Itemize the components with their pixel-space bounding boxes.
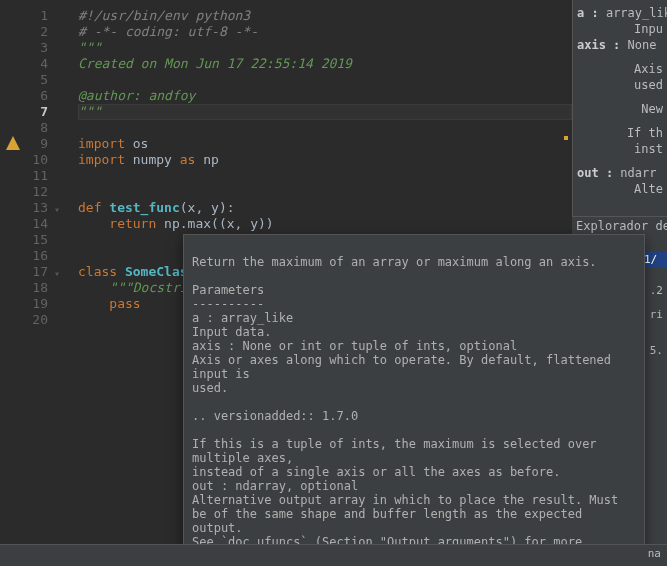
kw-as: as [180, 152, 196, 167]
param-desc: inst [577, 142, 663, 156]
tooltip-line: Alternative output array in which to pla… [192, 493, 618, 507]
signature-tooltip[interactable]: Return the maximum of an array or maximu… [183, 234, 645, 566]
param-desc: Axis [577, 62, 663, 76]
line-number-current: 7 [0, 104, 48, 120]
alias-np: np [203, 152, 219, 167]
code-blank [78, 120, 572, 136]
gutter-marks [54, 0, 74, 566]
kw-return: return [109, 216, 156, 231]
tooltip-line: axis : None or int or tuple of ints, opt… [192, 339, 517, 353]
param-desc: Inpu [577, 22, 663, 36]
kw-import: import [78, 136, 125, 151]
code-blank [78, 72, 572, 88]
code-docstring: """ [78, 40, 101, 55]
param-desc: New [577, 102, 663, 116]
gutter: 1 2 3 4 5 6 7 8 9 10 11 12 13▾ 14 15 16 … [0, 0, 54, 566]
param-label: a : [577, 6, 599, 20]
line-number: 11 [0, 168, 48, 184]
kw-pass: pass [109, 296, 140, 311]
code-docstring: """Docstri [109, 280, 187, 295]
code-blank [78, 168, 572, 184]
line-number: 15 [0, 232, 48, 248]
status-text: na [648, 547, 661, 560]
param-value: ndarr [620, 166, 656, 180]
kw-import: import [78, 152, 125, 167]
line-number: 9 [0, 136, 48, 152]
param-desc: used [577, 78, 663, 92]
module-os: os [133, 136, 149, 151]
line-number: 14 [0, 216, 48, 232]
line-number: 19 [0, 296, 48, 312]
tooltip-line: out : ndarray, optional [192, 479, 358, 493]
line-number: 4 [0, 56, 48, 72]
tooltip-line: If this is a tuple of ints, the maximum … [192, 437, 604, 465]
line-number: 2 [0, 24, 48, 40]
extra-text: ri [650, 308, 663, 321]
extra-text: .2 [650, 284, 663, 297]
tooltip-line: .. versionadded:: 1.7.0 [192, 409, 358, 423]
line-number: 10 [0, 152, 48, 168]
tooltip-line: used. [192, 381, 228, 395]
func-name: test_func [109, 200, 179, 215]
code-blank [78, 184, 572, 200]
change-marker-icon [564, 136, 568, 140]
line-number-text: 9 [40, 136, 48, 151]
tooltip-params-header: Parameters [192, 283, 264, 297]
code-docstring: """ [78, 104, 101, 119]
extra-text: 5. [650, 344, 663, 357]
line-number: 20 [0, 312, 48, 328]
param-value: None [628, 38, 657, 52]
module-numpy: numpy [133, 152, 172, 167]
param-label: out : [577, 166, 613, 180]
status-bar: na [0, 544, 667, 566]
line-number: 17▾ [0, 264, 48, 280]
tooltip-dashes: ---------- [192, 297, 264, 311]
line-number: 16 [0, 248, 48, 264]
line-number: 18 [0, 280, 48, 296]
line-number: 5 [0, 72, 48, 88]
variable-explorer-title[interactable]: Explorador de v [572, 216, 667, 235]
line-number: 1 [0, 8, 48, 24]
param-label: axis : [577, 38, 620, 52]
param-value: array_lik [606, 6, 667, 20]
expr: np.max((x, y)) [164, 216, 274, 231]
line-number: 13▾ [0, 200, 48, 216]
kw-def: def [78, 200, 101, 215]
tooltip-line: Axis or axes along which to operate. By … [192, 353, 618, 381]
tooltip-line: a : array_like [192, 311, 293, 325]
code-docstring: Created on Mon Jun 17 22:55:14 2019 [78, 56, 352, 71]
code-coding: # -*- coding: utf-8 -*- [78, 24, 258, 39]
func-sig: (x, y): [180, 200, 235, 215]
code-docstring: @author: andfoy [78, 88, 195, 103]
fold-icon[interactable]: ▾ [54, 202, 60, 218]
param-desc: Alte [577, 182, 663, 196]
fold-icon[interactable]: ▾ [54, 266, 60, 282]
warning-icon[interactable] [6, 136, 20, 150]
line-number: 6 [0, 88, 48, 104]
code-shebang: #!/usr/bin/env python3 [78, 8, 250, 23]
line-number: 8 [0, 120, 48, 136]
kw-class: class [78, 264, 117, 279]
tooltip-line: instead of a single axis or all the axes… [192, 465, 560, 479]
line-number: 3 [0, 40, 48, 56]
param-desc: If th [577, 126, 663, 140]
tooltip-line: be of the same shape and buffer length a… [192, 507, 589, 535]
tooltip-line: Input data. [192, 325, 271, 339]
tooltip-summary: Return the maximum of an array or maximu… [192, 255, 597, 269]
line-number: 12 [0, 184, 48, 200]
